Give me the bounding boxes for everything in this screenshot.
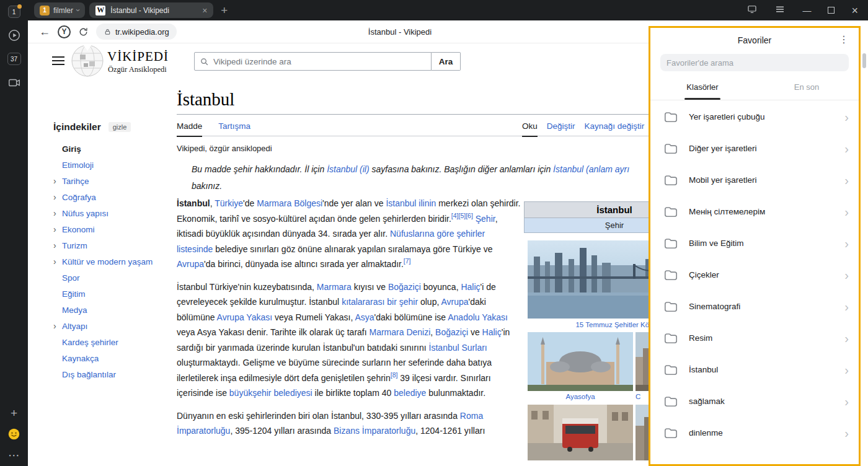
wiki-search-box[interactable] (194, 52, 432, 71)
favorites-search-input[interactable] (666, 58, 843, 68)
tab-istanbul-vikipedi[interactable]: W İstanbul - Vikipedi × (89, 2, 213, 18)
wiki-link[interactable]: Marmara Denizi (370, 327, 431, 337)
toc-item[interactable]: ›Turizm (53, 237, 187, 253)
favorites-folder-row[interactable]: İstanbul› (650, 354, 859, 385)
toc-item[interactable]: Giriş (53, 141, 187, 157)
screen-capture-icon[interactable] (7, 76, 21, 89)
toc-expand-icon[interactable]: › (53, 257, 62, 266)
toc-expand-icon[interactable]: › (53, 224, 62, 234)
toc-item[interactable]: ›Tarihçe (53, 173, 187, 189)
maximize-icon[interactable] (828, 7, 835, 14)
citation-ref[interactable]: [4][5][6] (451, 212, 473, 219)
toc-expand-icon[interactable]: › (53, 240, 62, 250)
smiley-mood-icon[interactable] (7, 428, 20, 441)
wiki-link[interactable]: Boğaziçi (388, 282, 421, 292)
more-options-icon[interactable]: ⋯ (8, 449, 20, 461)
tab-folders[interactable]: Klasörler (650, 82, 755, 100)
wiki-link[interactable]: Haliç (461, 282, 480, 292)
window-controls: — × (746, 4, 862, 17)
toc-hide-button[interactable]: gizle (108, 122, 131, 132)
article-tab[interactable]: Oku (522, 119, 538, 137)
tab-counter[interactable]: 37 (7, 53, 21, 65)
article-tab[interactable]: Tartışma (218, 119, 250, 136)
page-tabs: MaddeTartışma (177, 120, 267, 131)
infobox-caption-ayasofya[interactable]: Ayasofya (528, 391, 633, 403)
infobox-image-tram[interactable] (528, 405, 633, 460)
wiki-link[interactable]: kıtalararası bir şehir (342, 297, 418, 307)
toc-item[interactable]: ›Nüfus yapısı (53, 205, 187, 221)
favorites-folder-row[interactable]: dinlenme› (650, 417, 859, 449)
favorites-search[interactable] (660, 54, 849, 71)
kebab-menu-icon[interactable]: ⋮ (839, 35, 849, 45)
wiki-link[interactable]: Anadolu Yakası (448, 312, 508, 322)
article-tab[interactable]: Kaynağı değiştir (585, 119, 645, 136)
citation-ref[interactable]: [8] (391, 371, 398, 379)
toc-item[interactable]: Kaynakça (53, 350, 187, 366)
favorites-folder-row[interactable]: Resim› (650, 322, 859, 354)
toc-item[interactable]: Eğitim (53, 286, 187, 302)
wiki-link[interactable]: belediye (394, 388, 426, 398)
toc-item[interactable]: Dış bağlantılar (53, 366, 187, 382)
wiki-link[interactable]: Avrupa (441, 297, 468, 307)
tab-recent[interactable]: En son (755, 82, 859, 100)
article-tab[interactable]: Madde (177, 119, 202, 137)
add-panel-icon[interactable]: + (11, 407, 17, 419)
wiki-link[interactable]: Marmara Bölgesi (257, 198, 322, 208)
wiki-link[interactable]: Marmara (317, 282, 352, 292)
toc-item[interactable]: ›Ekonomi (53, 221, 187, 237)
wiki-link[interactable]: Asya (355, 312, 374, 322)
wiki-search-input[interactable] (213, 57, 426, 66)
tab-group-filmler[interactable]: 1 filmler › (34, 2, 85, 18)
favorites-folder-row[interactable]: Yer işaretleri çubuğu› (650, 101, 859, 133)
toc-expand-icon[interactable]: › (53, 176, 62, 186)
toc-item[interactable]: ›Kültür ve modern yaşam (53, 253, 187, 270)
close-window-icon[interactable]: × (851, 5, 858, 16)
tab-close-icon[interactable]: × (202, 6, 207, 15)
wiki-link[interactable]: İstanbul (anlam ayrı (553, 164, 629, 174)
toc-expand-icon[interactable]: › (53, 192, 62, 202)
address-bar[interactable]: tr.wikipedia.org (96, 24, 177, 40)
favorites-folder-row[interactable]: Менің сілтемелерім› (650, 196, 859, 227)
wiki-link[interactable]: Haliç (482, 327, 502, 337)
refresh-button[interactable] (78, 27, 89, 37)
yandex-logo-icon[interactable]: Y (58, 25, 71, 38)
citation-ref[interactable]: [7] (404, 257, 411, 265)
new-tab-button[interactable]: + (221, 4, 228, 16)
wiki-link[interactable]: Avrupa (177, 259, 204, 269)
toc-item[interactable]: Medya (53, 302, 187, 318)
wiki-link[interactable]: Bizans İmparatorluğu (334, 426, 415, 436)
wiki-link[interactable]: İstanbul ilinin (386, 198, 436, 208)
infobox-image-ayasofya[interactable] (528, 332, 633, 391)
wiki-main-menu-icon[interactable] (52, 56, 64, 68)
wiki-search-button[interactable]: Ara (432, 52, 461, 71)
wikipedia-logo[interactable] (71, 45, 104, 79)
scrollbar-thumb[interactable] (862, 53, 866, 68)
toc-item[interactable]: Etimoloji (53, 157, 187, 173)
wiki-link[interactable]: Türkiye (215, 198, 243, 208)
wiki-link[interactable]: büyükşehir belediyesi (229, 388, 312, 398)
toc-item[interactable]: Spor (53, 270, 187, 286)
back-button[interactable]: ← (39, 25, 50, 38)
cast-screen-icon[interactable] (746, 4, 758, 17)
toc-item[interactable]: ›Coğrafya (53, 189, 187, 205)
tab-group-rail-badge[interactable]: 1 (8, 6, 20, 18)
wiki-link[interactable]: Avrupa Yakası (217, 312, 273, 322)
minimize-icon[interactable]: — (802, 6, 811, 15)
toc-item[interactable]: Kardeş şehirler (53, 334, 187, 350)
favorites-folder-row[interactable]: Diğer yer işaretleri› (650, 133, 859, 164)
wiki-link[interactable]: Boğaziçi (435, 327, 468, 337)
wiki-link[interactable]: Şehir (476, 214, 495, 224)
toc-expand-icon[interactable]: › (53, 208, 62, 218)
favorites-folder-row[interactable]: Çiçekler› (650, 259, 859, 291)
favorites-folder-row[interactable]: Bilim ve Eğitim› (650, 227, 859, 259)
toc-expand-icon[interactable]: › (53, 321, 62, 331)
toc-item[interactable]: ›Altyapı (53, 318, 187, 334)
favorites-folder-row[interactable]: Sinematografi› (650, 291, 859, 322)
wiki-link[interactable]: İstanbul (il) (327, 164, 369, 174)
video-play-icon[interactable] (7, 29, 21, 42)
article-tab[interactable]: Değiştir (547, 119, 575, 136)
wiki-link[interactable]: İstanbul Surları (429, 343, 487, 353)
favorites-folder-row[interactable]: sağlamak› (650, 385, 859, 417)
browser-menu-icon[interactable] (774, 4, 786, 17)
favorites-folder-row[interactable]: Mobil yer işaretleri› (650, 164, 859, 196)
